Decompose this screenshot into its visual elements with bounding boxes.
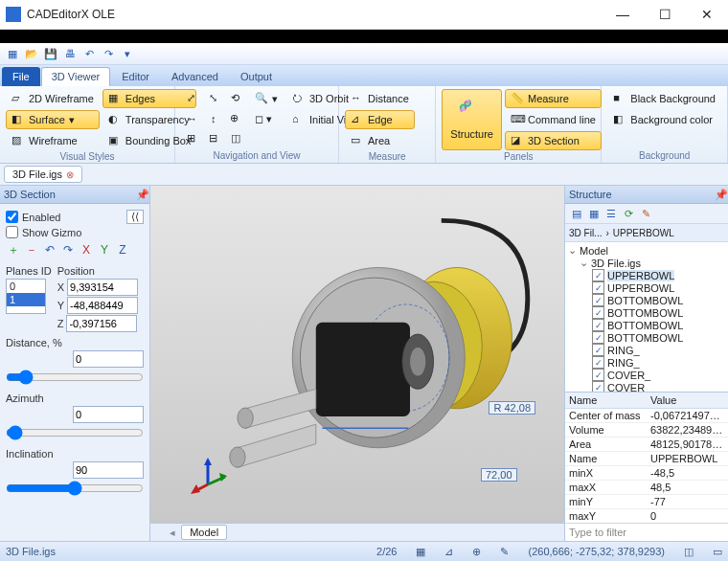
- btn-command-line[interactable]: ⌨Command line: [505, 110, 602, 129]
- qat-open-icon[interactable]: 📂: [23, 45, 40, 62]
- tool-y-plane[interactable]: Y: [97, 242, 112, 258]
- btn-more-nav[interactable]: ◻ ▾: [249, 110, 284, 128]
- tree-node-item[interactable]: ✓BOTTOMBOWL: [565, 306, 728, 319]
- prop-row[interactable]: maxY0: [565, 509, 728, 523]
- tool-undo[interactable]: ↶: [42, 242, 57, 258]
- black-bg-icon: ■: [613, 92, 626, 105]
- tree-tool-1[interactable]: ▤: [569, 206, 584, 221]
- qat-save-icon[interactable]: 💾: [42, 45, 59, 62]
- slider-distance[interactable]: [6, 370, 144, 385]
- status-tool-2[interactable]: ⊿: [444, 546, 453, 558]
- tree-node-item[interactable]: ✓UPPERBOWL: [565, 281, 728, 294]
- slider-inclination[interactable]: [6, 481, 144, 496]
- nav-btn-2[interactable]: ⤡: [203, 89, 223, 107]
- input-azimuth[interactable]: [73, 406, 144, 423]
- nav-btn-7[interactable]: ⊞: [181, 129, 201, 147]
- input-z[interactable]: [66, 315, 137, 332]
- btn-distance[interactable]: ↔Distance: [345, 89, 415, 108]
- planes-list[interactable]: 0 1: [6, 279, 46, 314]
- btn-edge[interactable]: ⊿Edge: [345, 110, 415, 129]
- tree-node-file[interactable]: ⌄3D File.igs: [565, 257, 728, 269]
- status-tool-6[interactable]: ▭: [713, 546, 722, 558]
- close-tab-icon[interactable]: ⊗: [66, 169, 74, 180]
- tree-node-item[interactable]: ✓BOTTOMBOWL: [565, 294, 728, 306]
- prop-row[interactable]: NameUPPERBOWL: [565, 452, 728, 466]
- tree-node-item[interactable]: ✓BOTTOMBOWL: [565, 319, 728, 331]
- structure-breadcrumb[interactable]: 3D Fil...›UPPERBOWL: [565, 224, 728, 242]
- tree-tool-3[interactable]: ☰: [603, 206, 619, 221]
- btn-3d-section-panel[interactable]: ◪3D Section: [505, 131, 602, 150]
- model-space-tab[interactable]: Model: [181, 525, 227, 540]
- btn-reset-section[interactable]: ⟨⟨: [126, 210, 144, 224]
- prop-row[interactable]: Area48125,901789...: [565, 438, 728, 452]
- svg-point-9: [230, 447, 245, 467]
- qat-dropdown-icon[interactable]: ▾: [119, 45, 136, 62]
- nav-btn-3[interactable]: ⟲: [225, 89, 245, 107]
- input-y[interactable]: [67, 297, 138, 314]
- tree-node-item[interactable]: ✓UPPERBOWL: [565, 269, 728, 281]
- tool-add-plane[interactable]: ＋: [6, 242, 21, 258]
- tree-node-item[interactable]: ✓BOTTOMBOWL: [565, 331, 728, 344]
- nav-btn-6[interactable]: ⊕: [224, 109, 244, 127]
- tree-node-item[interactable]: ✓COVER_: [565, 381, 728, 392]
- btn-wireframe[interactable]: ▨Wireframe: [6, 131, 100, 150]
- prop-row[interactable]: minX-48,5: [565, 466, 728, 481]
- tree-node-item[interactable]: ✓COVER_: [565, 369, 728, 381]
- nav-btn-4[interactable]: ↔: [181, 109, 203, 127]
- prop-row[interactable]: Volume63822,234894...: [565, 423, 728, 438]
- tool-z-plane[interactable]: Z: [115, 242, 130, 258]
- prop-row[interactable]: Center of mass-0,067214975...: [565, 409, 728, 423]
- close-button[interactable]: ✕: [686, 0, 728, 29]
- qat-print-icon[interactable]: 🖶: [61, 45, 79, 62]
- tool-remove-plane[interactable]: －: [24, 242, 39, 258]
- tree-node-item[interactable]: ✓RING_: [565, 356, 728, 369]
- tool-x-plane[interactable]: X: [79, 242, 94, 258]
- input-x[interactable]: [67, 279, 138, 296]
- input-inclination[interactable]: [73, 461, 144, 479]
- btn-zoom[interactable]: 🔍▾: [249, 89, 284, 108]
- input-distance[interactable]: [73, 350, 144, 368]
- status-tool-4[interactable]: ✎: [500, 546, 509, 558]
- btn-background-color[interactable]: ◧Background color: [607, 110, 721, 129]
- nav-btn-5[interactable]: ↕: [205, 109, 222, 127]
- pin-icon[interactable]: 📌: [136, 189, 146, 201]
- tab-file[interactable]: File: [2, 67, 40, 86]
- tree-tool-4[interactable]: ⟳: [621, 206, 636, 221]
- status-page: 2/26: [376, 546, 397, 557]
- tab-output[interactable]: Output: [230, 67, 283, 86]
- tree-node-model[interactable]: ⌄Model: [565, 244, 728, 257]
- tab-advanced[interactable]: Advanced: [161, 67, 229, 86]
- pin-icon-right[interactable]: 📌: [715, 189, 724, 201]
- qat-redo-icon[interactable]: ↷: [100, 45, 117, 62]
- maximize-button[interactable]: ☐: [644, 0, 686, 29]
- minimize-button[interactable]: —: [602, 0, 644, 29]
- qat-undo-icon[interactable]: ↶: [80, 45, 98, 62]
- tool-redo[interactable]: ↷: [60, 242, 76, 258]
- 3d-viewport[interactable]: 72,00 R 42,08: [150, 186, 564, 523]
- nav-btn-1[interactable]: ⤢: [181, 89, 201, 107]
- tab-editor[interactable]: Editor: [111, 67, 160, 86]
- tree-node-item[interactable]: ✓RING_: [565, 344, 728, 356]
- nav-btn-8[interactable]: ⊟: [203, 129, 223, 147]
- btn-structure-big[interactable]: 🧬Structure: [442, 89, 502, 150]
- qat-new-icon[interactable]: ▦: [4, 45, 21, 62]
- btn-area[interactable]: ▭Area: [345, 131, 415, 150]
- status-tool-1[interactable]: ▦: [416, 546, 425, 558]
- tree-tool-5[interactable]: ✎: [638, 206, 653, 221]
- document-tab[interactable]: 3D File.igs⊗: [4, 166, 82, 183]
- btn-measure-panel[interactable]: 📏Measure: [505, 89, 602, 108]
- status-tool-3[interactable]: ⊕: [472, 546, 481, 558]
- btn-surface[interactable]: ◧Surface ▾: [6, 110, 100, 129]
- prop-row[interactable]: maxX48,5: [565, 481, 728, 495]
- filter-input[interactable]: Type to filter: [565, 523, 728, 541]
- prop-row[interactable]: minY-77: [565, 495, 728, 509]
- tab-3d-viewer[interactable]: 3D Viewer: [41, 67, 111, 86]
- chk-enabled[interactable]: [6, 211, 18, 223]
- status-tool-5[interactable]: ◫: [684, 546, 694, 558]
- tree-tool-2[interactable]: ▦: [586, 206, 602, 221]
- btn-2d-wireframe[interactable]: ▱2D Wireframe: [6, 89, 100, 108]
- nav-btn-9[interactable]: ◫: [225, 129, 246, 147]
- slider-azimuth[interactable]: [6, 425, 144, 440]
- chk-show-gizmo[interactable]: [6, 226, 18, 238]
- btn-black-background[interactable]: ■Black Background: [607, 89, 721, 108]
